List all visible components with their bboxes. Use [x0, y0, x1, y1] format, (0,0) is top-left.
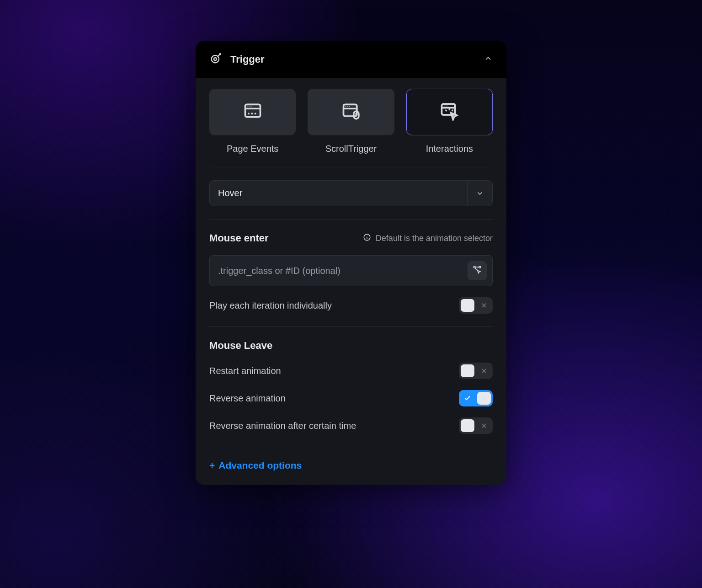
panel-body: Page Events	[196, 78, 506, 485]
advanced-options-link[interactable]: + Advanced options	[209, 460, 493, 471]
tab-card-interactions[interactable]	[406, 89, 493, 135]
mouse-enter-hint-text: Default is the animation selector	[376, 234, 493, 243]
toggle-reverse-animation[interactable]	[459, 390, 493, 406]
opt-restart-animation: Restart animation	[209, 363, 493, 379]
tab-card-scroll-trigger[interactable]	[308, 89, 394, 135]
svg-rect-2	[245, 104, 260, 117]
svg-rect-6	[343, 104, 356, 116]
info-icon	[363, 233, 371, 244]
svg-point-12	[444, 106, 445, 107]
browser-icon	[243, 101, 263, 123]
tab-scroll-trigger[interactable]: ScrollTrigger	[308, 89, 394, 154]
toggle-restart-animation[interactable]	[459, 363, 493, 379]
tab-interactions[interactable]: Interactions	[406, 89, 493, 154]
tab-label-page-events: Page Events	[209, 144, 296, 154]
tab-card-page-events[interactable]	[209, 89, 296, 135]
cursor-click-icon	[439, 101, 459, 123]
svg-point-4	[250, 106, 250, 107]
toggle-knob	[461, 364, 474, 377]
opt-label: Play each iteration individually	[209, 300, 332, 311]
interaction-select[interactable]: Hover	[209, 180, 493, 206]
trigger-tabs: Page Events	[209, 89, 493, 154]
opt-reverse-animation: Reverse animation	[209, 390, 493, 406]
mouse-enter-heading: Mouse enter	[209, 232, 269, 244]
svg-point-8	[347, 106, 348, 107]
toggle-play-each-iteration[interactable]	[459, 297, 493, 314]
opt-label: Reverse animation after certain time	[209, 421, 356, 431]
divider	[209, 219, 493, 219]
toggle-reverse-after-time[interactable]	[459, 417, 493, 434]
divider	[209, 447, 493, 447]
mouse-enter-hint: Default is the animation selector	[363, 233, 493, 244]
trigger-panel: Trigger	[196, 41, 506, 485]
panel-title: Trigger	[230, 53, 265, 65]
svg-point-1	[214, 58, 217, 60]
interaction-select-value: Hover	[210, 181, 467, 206]
svg-point-5	[251, 106, 252, 107]
svg-point-13	[446, 106, 447, 107]
svg-point-18	[479, 266, 481, 268]
svg-point-9	[349, 106, 350, 107]
check-icon	[461, 392, 474, 405]
opt-label: Restart animation	[209, 366, 281, 376]
opt-label: Reverse animation	[209, 393, 286, 404]
plus-icon: +	[209, 460, 215, 471]
scroll-icon	[341, 101, 361, 123]
x-icon	[477, 392, 491, 405]
chevron-up-icon[interactable]	[484, 54, 493, 65]
selector-input[interactable]	[217, 265, 463, 277]
x-icon	[477, 419, 491, 432]
tab-label-scroll-trigger: ScrollTrigger	[308, 144, 394, 154]
opt-reverse-after-time: Reverse animation after certain time	[209, 417, 493, 434]
opt-play-each-iteration: Play each iteration individually	[209, 297, 493, 314]
svg-point-0	[212, 55, 219, 63]
tab-label-interactions: Interactions	[406, 144, 493, 154]
node-path-icon	[473, 265, 482, 276]
svg-point-16	[367, 235, 367, 236]
panel-header[interactable]: Trigger	[196, 41, 506, 78]
toggle-knob	[461, 299, 474, 312]
x-icon	[477, 364, 491, 377]
pick-selector-button[interactable]	[468, 261, 487, 280]
selector-input-wrap	[209, 255, 493, 286]
svg-point-7	[346, 106, 346, 107]
x-icon	[477, 299, 491, 312]
mouse-enter-section: Mouse enter Default is the animation sel…	[209, 232, 493, 314]
divider	[209, 326, 493, 327]
divider	[209, 167, 493, 167]
mouse-leave-section: Mouse Leave Restart animation Reverse an…	[209, 340, 493, 434]
tab-page-events[interactable]: Page Events	[209, 89, 296, 154]
target-icon	[209, 52, 222, 67]
advanced-options-label: Advanced options	[218, 460, 302, 471]
svg-point-3	[247, 106, 248, 107]
svg-point-14	[447, 106, 448, 107]
mouse-leave-heading: Mouse Leave	[209, 340, 493, 352]
toggle-knob	[461, 419, 474, 432]
chevron-down-icon[interactable]	[467, 181, 492, 206]
